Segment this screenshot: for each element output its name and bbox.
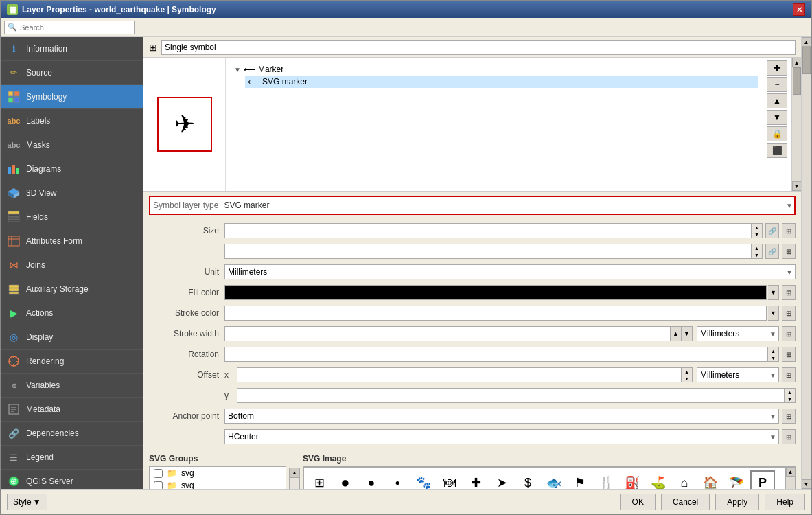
lock-button[interactable]: 🔒 [767,126,787,141]
stroke-width-data-define-button[interactable]: ⊞ [782,326,796,341]
stroke-color-data-define-button[interactable]: ⊞ [782,306,796,321]
symbol-type-select[interactable]: Single symbol [161,40,796,55]
preview-scrollbar[interactable]: ▲ ▼ [791,58,801,191]
anchor-hcenter-select[interactable]: HCenter [224,429,779,444]
list-item[interactable]: 📁 svg [150,479,286,489]
offset-x-spin-up[interactable]: ▲ [682,368,692,375]
scroll-up-button[interactable]: ▲ [792,58,802,67]
sidebar-item-diagrams[interactable]: Diagrams [1,157,143,181]
sidebar-item-rendering[interactable]: Rendering [1,350,143,374]
width-input[interactable]: 4.000000 [224,223,752,238]
stroke-width-spin-up[interactable]: ▲ [671,326,682,341]
main-scroll-up[interactable]: ▲ [802,37,811,47]
sidebar-item-auxiliary-storage[interactable]: Auxiliary Storage [1,277,143,301]
apply-button[interactable]: Apply [715,494,759,510]
symbol-layer-type-dropdown-arrow[interactable]: ▼ [786,202,793,209]
svg-scroll-up[interactable]: ▲ [786,467,796,477]
list-item[interactable]: 📁 svg [150,467,286,479]
fill-color-dropdown-button[interactable]: ▼ [768,285,779,300]
color-effect-button[interactable]: ⬛ [767,143,787,158]
width-link-button[interactable]: 🔗 [765,223,779,238]
remove-layer-button[interactable]: − [767,77,787,92]
sidebar-item-legend[interactable]: ☰ Legend [1,446,143,470]
rotation-spin-down[interactable]: ▼ [768,354,778,361]
offset-y-spin-down[interactable]: ▼ [785,396,795,402]
sidebar-item-fields[interactable]: Fields [1,205,143,229]
svg-icon-dollar[interactable]: $ [515,470,540,489]
svg-icon-parking[interactable]: P [750,470,775,489]
width-spin-down[interactable]: ▼ [752,231,762,238]
sidebar-item-masks[interactable]: abc Masks [1,133,143,157]
style-button[interactable]: Style ▼ [7,494,47,510]
move-up-button[interactable]: ▲ [767,93,787,108]
svg-icon-grid[interactable]: ⊞ [307,470,332,489]
search-input[interactable] [20,23,131,32]
stroke-color-dropdown-button[interactable]: ▼ [768,306,779,321]
svg-groups-scrollbar[interactable]: ▲ ▼ [289,468,300,489]
sidebar-item-information[interactable]: ℹ Information [1,37,143,61]
svg-groups-list[interactable]: 📁 svg 📁 svg 📁 svg [149,466,286,489]
svg-icon-animal[interactable]: 🐾 [411,470,436,489]
height-spin-up[interactable]: ▲ [752,244,762,251]
stroke-width-spin-down[interactable]: ▼ [682,326,693,341]
sidebar-item-qgis-server[interactable]: ⊕ QGIS Server [1,470,143,489]
svg-icon-parachute[interactable]: 🪂 [724,470,749,489]
sidebar-item-source[interactable]: ✏ Source [1,61,143,85]
height-data-define-button[interactable]: ⊞ [782,244,796,259]
height-spin-down[interactable]: ▼ [752,251,762,258]
offset-unit-select[interactable]: Millimeters [697,367,779,382]
fill-color-data-define-button[interactable]: ⊞ [782,285,796,300]
svg-image-grid[interactable]: ⊞ ● ● ● 🐾 🍽 ✚ ➤ $ 🐟 [303,467,785,489]
width-spin-up[interactable]: ▲ [752,224,762,231]
tree-item-svg-marker[interactable]: ⟵ SVG marker [245,76,758,88]
scroll-thumb[interactable] [793,67,801,95]
tree-item-marker[interactable]: ▼ ⟵ Marker [231,63,758,76]
ok-button[interactable]: OK [620,494,656,510]
svg-icon-house2[interactable]: 🏠 [698,470,723,489]
width-data-define-button[interactable]: ⊞ [782,223,796,238]
svg-group-checkbox[interactable] [154,481,163,490]
svg-groups-scroll-up[interactable]: ▲ [290,468,299,478]
sidebar-item-actions[interactable]: ▶ Actions [1,301,143,325]
height-link-button[interactable]: 🔗 [765,244,779,259]
svg-icon-flag[interactable]: ⚑ [568,470,592,489]
help-button[interactable]: Help [765,494,805,510]
sidebar-item-dependencies[interactable]: 🔗 Dependencies [1,422,143,446]
anchor-bottom-select[interactable]: Bottom [224,409,779,424]
svg-icon-arrow[interactable]: ➤ [489,470,514,489]
stroke-color-button[interactable] [224,306,767,321]
add-layer-button[interactable]: ✚ [767,60,787,76]
offset-data-define-button[interactable]: ⊞ [782,367,796,382]
height-input[interactable]: 4.000000 [224,244,752,259]
anchor-hcenter-data-define-button[interactable]: ⊞ [782,429,796,444]
stroke-unit-select[interactable]: Millimeters [697,326,779,341]
sidebar-item-attributes-form[interactable]: Attributes Form [1,229,143,253]
svg-icon-fork[interactable]: 🍴 [594,470,618,489]
sidebar-item-labels[interactable]: abc Labels [1,109,143,133]
move-down-button[interactable]: ▼ [767,110,787,125]
sidebar-item-3dview[interactable]: 3D View [1,181,143,205]
rotation-data-define-button[interactable]: ⊞ [782,347,796,362]
sidebar-item-joins[interactable]: ⋈ Joins [1,253,143,277]
svg-icon-home[interactable]: ⌂ [672,470,697,489]
anchor-bottom-data-define-button[interactable]: ⊞ [782,409,796,424]
svg-icon-circle-sm[interactable]: ● [385,470,410,489]
stroke-width-input[interactable]: No stroke [224,326,671,341]
offset-x-input[interactable]: 0.000000 [237,367,682,382]
offset-y-spin-up[interactable]: ▲ [785,389,795,396]
offset-x-spin-down[interactable]: ▼ [682,375,692,382]
svg-group-checkbox[interactable] [154,469,163,478]
cancel-button[interactable]: Cancel [661,494,710,510]
main-scroll-down[interactable]: ▼ [802,479,811,489]
rotation-input[interactable]: 0.00 ° [224,347,768,362]
main-scroll-thumb[interactable] [802,47,811,74]
svg-icon-cross[interactable]: ✚ [463,470,488,489]
svg-icon-circle-lg[interactable]: ● [333,470,358,489]
close-button[interactable]: ✕ [793,3,805,16]
svg-icon-golf[interactable]: ⛳ [646,470,671,489]
sidebar-item-variables[interactable]: ∊ Variables [1,374,143,398]
sidebar-item-symbology[interactable]: Symbology [1,85,143,109]
scroll-down-button[interactable]: ▼ [792,181,802,191]
svg-icon-cutlery[interactable]: 🍽 [437,470,462,489]
svg-icon-circle-md[interactable]: ● [359,470,384,489]
